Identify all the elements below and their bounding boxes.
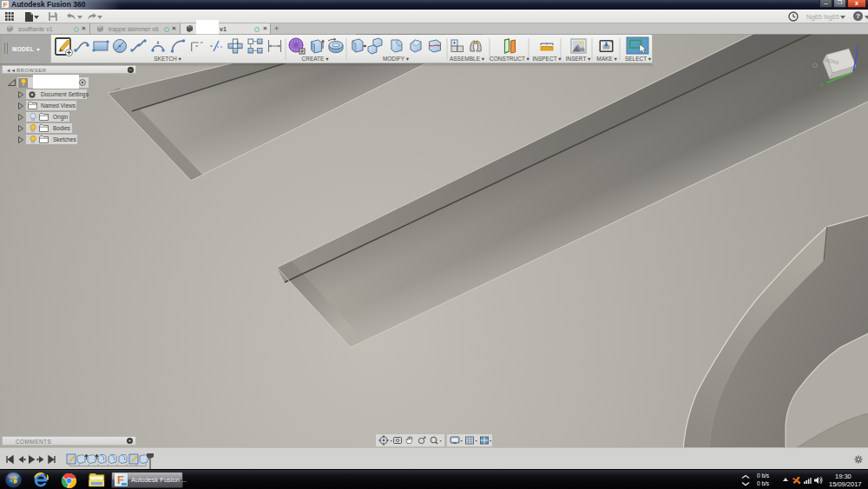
svg-text:Y: Y [820,83,825,89]
svg-text:Z: Z [855,44,858,50]
